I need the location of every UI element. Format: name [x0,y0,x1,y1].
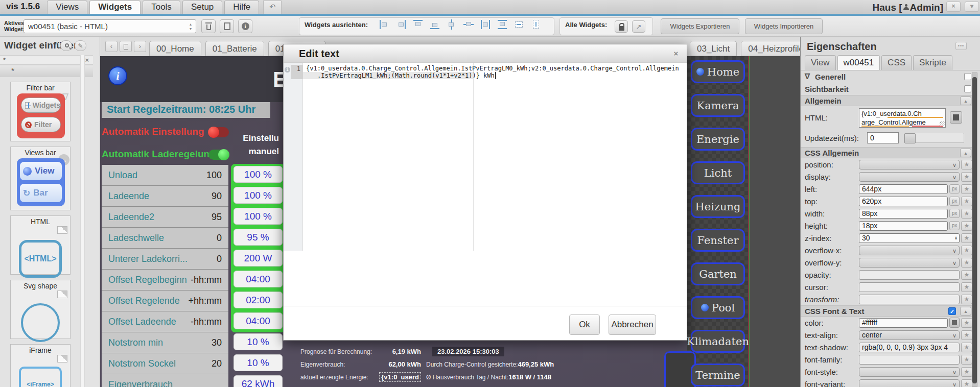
parameter-row[interactable]: Unload 100 [102,165,228,186]
nav-menu-button[interactable]: Licht [691,161,745,184]
css-property-input[interactable] [859,295,960,304]
parameter-row[interactable]: Ladeschwelle 0 [102,228,228,249]
nav-menu-button[interactable]: Klimadaten [691,330,745,353]
undo-button[interactable]: ↶ [263,1,282,14]
css-property-input[interactable] [859,270,960,280]
panel-menu-button[interactable]: ••• [955,42,967,50]
value-button[interactable]: 95 % [234,229,283,246]
align-top-icon[interactable] [412,18,424,31]
distribute-vertical-icon[interactable] [496,18,508,31]
value-button[interactable]: 10 % [234,354,283,371]
sichtbarkeit-checkbox[interactable] [964,85,971,92]
nav-menu-button[interactable]: Home [691,60,745,83]
updatezeit-slider[interactable] [904,133,964,143]
px-unit-button[interactable]: px [949,197,960,206]
favorite-star-button[interactable]: ★ [961,270,972,280]
value-button[interactable]: 62 kWh [234,375,283,387]
active-widget-select[interactable]: w00451 (basic - HTML) ▴▾ [24,19,196,33]
properties-tab[interactable]: Skripte [913,55,952,70]
align-center-vertical-icon[interactable] [446,18,458,31]
window-close-button[interactable]: × [946,2,961,12]
value-button[interactable]: 04:00 [234,271,283,287]
favorite-star-button[interactable]: ★ [961,172,972,182]
favorite-star-button[interactable]: ★ [961,197,972,206]
parameter-row[interactable]: Offset Regelbeginn -hh:mm [102,270,228,291]
properties-tab[interactable]: CSS [881,55,912,70]
nav-menu-button[interactable]: Fenster [691,229,745,252]
scrollbar-thumb[interactable] [972,77,977,383]
value-button[interactable]: 100 % [234,187,283,204]
css-property-input[interactable]: 644px [859,184,948,194]
font-property-input[interactable]: rgba(0, 0, 0, 0.9) 3px 3px 4 [859,343,960,352]
section-css-font-text[interactable]: CSS Font & Text ✓ ▴ [801,305,974,317]
favorite-star-button[interactable]: ★ [961,379,972,387]
nav-menu-button[interactable]: Garten [691,262,745,285]
css-property-input[interactable] [859,160,960,170]
widget-card-filter-bar[interactable]: Filter bar ∇ Widgets Filter [10,82,71,141]
html-field-textarea[interactable]: {v1:0_userdata.0.Ch arge_Control.Allgeme [859,108,946,128]
collapse-button[interactable]: ▴ [960,96,971,105]
collapse-button[interactable]: ▴ [960,149,971,157]
widget-card-svg-shape[interactable]: Svg shape [10,280,71,339]
parameter-row[interactable]: Eigenverbrauch [102,374,228,387]
parameter-row[interactable]: Offset Regelende +hh:mm [102,291,228,311]
font-property-input[interactable]: #ffffff [859,318,948,328]
window-menu-button[interactable]: ▾ [965,2,979,12]
align-center-horizontal-icon[interactable] [462,18,475,31]
value-button[interactable]: 100 % [234,208,283,225]
clone-widget-button[interactable] [220,19,234,33]
css-property-input[interactable] [859,282,960,292]
match-width-icon[interactable] [513,18,525,31]
collapse-button[interactable]: ▴ [960,307,971,316]
menu-tab[interactable]: Views [47,1,87,14]
dialog-close-button[interactable]: × [670,48,682,59]
nav-menu-button[interactable]: Pool [691,296,745,319]
css-font-checkbox[interactable]: ✓ [948,307,956,315]
css-property-input[interactable] [859,172,960,182]
value-button[interactable]: 10 % [234,333,283,350]
favorite-star-button[interactable]: ★ [961,282,972,292]
widget-filter-row[interactable]: * × [0,55,93,65]
code-editor[interactable]: i 1 {v1:0_userdata.0.Charge_Control.Allg… [284,63,687,251]
value-button[interactable]: 04:00 [234,312,283,329]
px-unit-button[interactable]: px [949,209,960,218]
parameter-row[interactable]: Notstrom Sockel 20 [102,353,228,374]
favorite-star-button[interactable]: ★ [961,209,972,219]
favorite-star-button[interactable]: ★ [961,330,972,340]
nav-menu-button[interactable]: Heizung [691,195,745,218]
value-button[interactable]: 02:00 [234,292,283,308]
widget-card-views-bar[interactable]: Views bar → View ↻ Bar [10,147,71,210]
menu-tab[interactable]: Setup [182,1,222,14]
info-widget[interactable]: i [108,66,127,85]
favorite-star-button[interactable]: ★ [961,160,972,170]
align-left-icon[interactable] [378,18,390,31]
dialog-title-bar[interactable]: Edit text × [284,44,687,63]
automatik-laderegelung-toggle[interactable] [208,150,229,160]
parameter-row[interactable]: Offset Ladeende -hh:mm [102,311,228,332]
nav-menu-button[interactable]: Termine [691,364,745,386]
favorite-star-button[interactable]: ★ [961,246,972,255]
favorite-star-button[interactable]: ★ [961,295,972,304]
close-icon[interactable]: × [85,56,89,64]
font-property-input[interactable] [859,367,960,377]
nav-menu-button[interactable]: Energie [691,128,745,151]
updatezeit-input[interactable]: 0 [867,132,899,143]
css-property-input[interactable] [859,258,960,268]
edit-filter-button[interactable]: ✎ [75,40,86,51]
value-button[interactable]: 100 % [234,166,283,183]
lock-widgets-button[interactable] [615,20,628,33]
delete-widget-button[interactable] [201,19,216,33]
automatik-einstellung-toggle[interactable] [208,127,229,137]
cancel-button[interactable]: Abbrechen [609,315,656,335]
widget-info-button[interactable]: i [238,19,252,33]
ok-button[interactable]: Ok [569,315,600,335]
next-view-button[interactable]: › [134,41,146,52]
px-unit-button[interactable]: px [949,221,960,230]
generell-row[interactable]: ∇ Generell [801,70,974,83]
parameter-row[interactable]: Ladeende 90 [102,186,228,207]
sichtbarkeit-row[interactable]: Sichtbarkeit [801,83,974,95]
export-widgets-button[interactable]: Widgets Exportieren [661,18,739,34]
align-bottom-icon[interactable] [429,18,441,31]
nav-menu-button[interactable]: Kamera [691,94,745,117]
info-value[interactable]: {v1:0_userd [379,372,421,382]
